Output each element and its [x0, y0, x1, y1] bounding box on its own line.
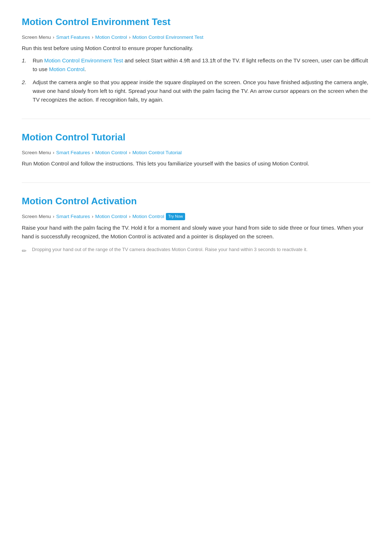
list-item: 2. Adjust the camera angle so that you a…: [22, 78, 370, 104]
breadcrumb-env-test: Screen Menu › Smart Features › Motion Co…: [22, 33, 370, 41]
list-content-2: Adjust the camera angle so that you appe…: [33, 78, 370, 104]
activation-description: Raise your hand with the palm facing the…: [22, 223, 370, 241]
breadcrumb-motion-control-3[interactable]: Motion Control: [95, 213, 127, 221]
breadcrumb-smart-features-3[interactable]: Smart Features: [56, 213, 90, 221]
link-env-test[interactable]: Motion Control Environment Test: [44, 57, 123, 63]
env-test-list: 1. Run Motion Control Environment Test a…: [22, 56, 370, 104]
breadcrumb-motion-control-2[interactable]: Motion Control: [95, 149, 127, 157]
link-motion-control-1[interactable]: Motion Control: [49, 66, 85, 72]
breadcrumb-sep-9: ›: [129, 213, 131, 221]
section-activation: Motion Control Activation Screen Menu › …: [22, 194, 370, 255]
breadcrumb-sep-1: ›: [53, 33, 54, 41]
section-title-tutorial: Motion Control Tutorial: [22, 130, 370, 145]
breadcrumb-sep-6: ›: [129, 149, 131, 157]
breadcrumb-smart-features-1[interactable]: Smart Features: [56, 33, 90, 41]
list-item: 1. Run Motion Control Environment Test a…: [22, 56, 370, 74]
breadcrumb-motion-control-1[interactable]: Motion Control: [95, 33, 127, 41]
list-number-2: 2.: [22, 78, 33, 87]
tutorial-description: Run Motion Control and follow the instru…: [22, 159, 370, 168]
divider-2: [22, 182, 370, 183]
breadcrumb-activation: Screen Menu › Smart Features › Motion Co…: [22, 213, 370, 221]
breadcrumb-sep-4: ›: [53, 149, 54, 157]
breadcrumb-env-test-link[interactable]: Motion Control Environment Test: [132, 33, 204, 41]
breadcrumb-screen-menu-3: Screen Menu: [22, 213, 51, 221]
section-title-activation: Motion Control Activation: [22, 194, 370, 209]
breadcrumb-smart-features-2[interactable]: Smart Features: [56, 149, 90, 157]
try-now-badge[interactable]: Try Now: [166, 213, 185, 220]
breadcrumb-sep-8: ›: [92, 213, 94, 221]
note-text: Dropping your hand out of the range of t…: [32, 246, 307, 253]
breadcrumb-sep-3: ›: [129, 33, 131, 41]
note-icon: ✏: [22, 246, 29, 256]
list-number-1: 1.: [22, 56, 33, 65]
env-test-description: Run this test before using Motion Contro…: [22, 44, 370, 53]
activation-note: ✏ Dropping your hand out of the range of…: [22, 246, 370, 256]
breadcrumb-sep-5: ›: [92, 149, 94, 157]
section-env-test: Motion Control Environment Test Screen M…: [22, 15, 370, 104]
list-content-1: Run Motion Control Environment Test and …: [33, 56, 370, 74]
breadcrumb-sep-2: ›: [92, 33, 94, 41]
section-title-env-test: Motion Control Environment Test: [22, 15, 370, 30]
divider-1: [22, 119, 370, 119]
breadcrumb-tutorial-link[interactable]: Motion Control Tutorial: [132, 149, 182, 157]
breadcrumb-sep-7: ›: [53, 213, 54, 221]
breadcrumb-screen-menu: Screen Menu: [22, 33, 51, 41]
breadcrumb-tutorial: Screen Menu › Smart Features › Motion Co…: [22, 149, 370, 157]
breadcrumb-motion-control-activation-link[interactable]: Motion Control: [132, 213, 164, 221]
breadcrumb-screen-menu-2: Screen Menu: [22, 149, 51, 157]
section-tutorial: Motion Control Tutorial Screen Menu › Sm…: [22, 130, 370, 168]
